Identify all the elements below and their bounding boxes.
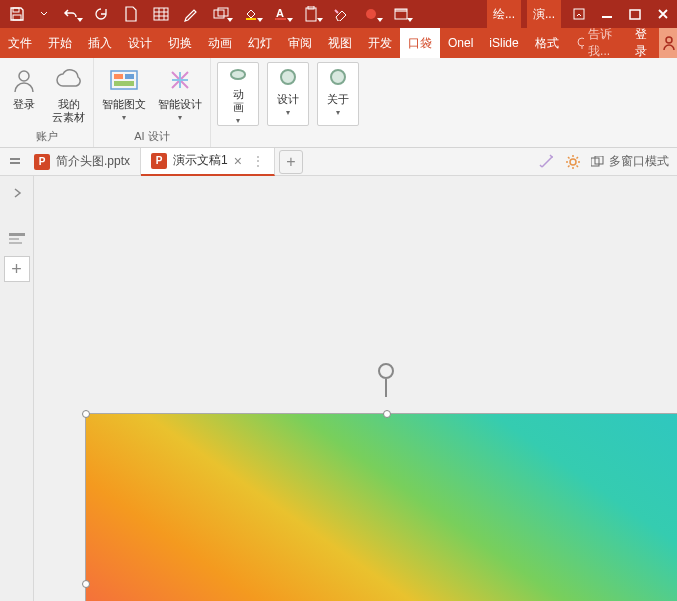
magic-wand-icon[interactable] <box>539 154 555 170</box>
tab-animation[interactable]: 动画 <box>200 28 240 58</box>
slide-canvas[interactable] <box>34 176 677 601</box>
cloud-assets-button[interactable]: 我的 云素材 <box>50 62 87 124</box>
table-button[interactable] <box>146 0 176 28</box>
resize-handle-nw[interactable] <box>82 410 90 418</box>
redo-button[interactable] <box>86 0 116 28</box>
user-account-button[interactable] <box>659 28 677 58</box>
circle-icon <box>330 69 346 85</box>
animation-tool-button[interactable]: 动 画 ▾ <box>217 62 259 126</box>
tab-format[interactable]: 格式 <box>527 28 567 58</box>
theme-color-button[interactable] <box>356 0 386 28</box>
tell-me-search[interactable]: 告诉我... <box>567 26 627 60</box>
svg-text:A: A <box>276 7 284 19</box>
multi-window-toggle[interactable]: 多窗口模式 <box>591 153 669 170</box>
group-label-account: 账户 <box>0 129 93 147</box>
lightbulb-icon <box>575 36 584 50</box>
save-button[interactable] <box>2 0 32 28</box>
svg-rect-19 <box>630 10 640 19</box>
tab-menu-button[interactable]: ⋮ <box>252 154 264 168</box>
powerpoint-icon: P <box>34 154 50 170</box>
about-button[interactable]: 关于 ▾ <box>317 62 359 126</box>
design-tool-button[interactable]: 设计 ▾ <box>267 62 309 126</box>
outline-view-icon[interactable] <box>6 228 28 250</box>
add-tab-button[interactable]: + <box>279 150 303 174</box>
edit-area: + <box>0 176 677 601</box>
svg-rect-26 <box>125 74 134 79</box>
doc-tab-2[interactable]: P 演示文稿1 × ⋮ <box>141 148 275 176</box>
context-tab-presentation[interactable]: 演... <box>527 0 561 28</box>
font-color-button[interactable]: A <box>266 0 296 28</box>
shapes-button[interactable] <box>206 0 236 28</box>
svg-rect-27 <box>114 81 134 86</box>
paste-button[interactable] <box>296 0 326 28</box>
close-tab-button[interactable]: × <box>234 153 242 169</box>
maximize-button[interactable] <box>621 0 649 28</box>
rotation-handle[interactable] <box>378 363 394 379</box>
quick-access-toolbar: A <box>0 0 416 28</box>
qat-dropdown[interactable] <box>32 0 56 28</box>
tab-review[interactable]: 审阅 <box>280 28 320 58</box>
new-doc-button[interactable] <box>116 0 146 28</box>
tab-insert[interactable]: 插入 <box>80 28 120 58</box>
ribbon-collapse-button[interactable] <box>565 0 593 28</box>
context-tab-drawing[interactable]: 绘... <box>487 0 521 28</box>
chevron-down-icon: ▾ <box>122 113 126 122</box>
tab-design[interactable]: 设计 <box>120 28 160 58</box>
svg-rect-16 <box>395 9 407 12</box>
doc-tab-1[interactable]: P 简介头图.pptx <box>24 148 141 176</box>
resize-handle-w[interactable] <box>82 580 90 588</box>
svg-rect-36 <box>9 242 22 244</box>
eraser-button[interactable] <box>326 0 356 28</box>
smart-design-button[interactable]: 智能设计 ▾ <box>156 62 204 122</box>
tab-file[interactable]: 文件 <box>0 28 40 58</box>
tab-transition[interactable]: 切换 <box>160 28 200 58</box>
minimize-button[interactable] <box>593 0 621 28</box>
svg-point-20 <box>578 38 584 46</box>
ribbon: 登录 我的 云素材 账户 智能图文 ▾ 智能设计 ▾ AI 设计 <box>0 58 677 148</box>
window-controls <box>565 0 677 28</box>
settings-gear-icon[interactable] <box>565 154 581 170</box>
document-tabs: P 简介头图.pptx P 演示文稿1 × ⋮ + 多窗口模式 <box>0 148 677 176</box>
chevron-down-icon: ▾ <box>178 113 182 122</box>
fill-color-button[interactable] <box>236 0 266 28</box>
svg-rect-12 <box>306 8 316 21</box>
user-icon <box>661 35 677 51</box>
group-label-ai: AI 设计 <box>94 129 210 147</box>
smart-design-icon <box>164 64 196 96</box>
smart-graphic-button[interactable]: 智能图文 ▾ <box>100 62 148 122</box>
ribbon-tabs: 文件 开始 插入 设计 切换 动画 幻灯 审阅 视图 开发 口袋 Onel iS… <box>0 28 677 58</box>
chevron-down-icon: ▾ <box>336 108 340 117</box>
login-link[interactable]: 登录 <box>627 26 660 60</box>
tab-list-button[interactable] <box>6 148 24 176</box>
ribbon-group-account: 登录 我的 云素材 账户 <box>0 58 94 147</box>
login-button[interactable]: 登录 <box>6 62 42 111</box>
doc-tab-1-label: 简介头图.pptx <box>56 153 130 170</box>
powerpoint-icon: P <box>151 153 167 169</box>
expand-panel-button[interactable] <box>6 182 28 204</box>
circle-icon <box>230 69 246 80</box>
layout-button[interactable] <box>386 0 416 28</box>
svg-rect-35 <box>9 238 19 240</box>
ribbon-group-tools: 动 画 ▾ 设计 ▾ 关于 ▾ <box>211 58 365 147</box>
tab-developer[interactable]: 开发 <box>360 28 400 58</box>
tab-pocket[interactable]: 口袋 <box>400 28 440 58</box>
smart-graphic-icon <box>108 64 140 96</box>
selection-outline <box>85 413 677 601</box>
add-slide-button[interactable]: + <box>4 256 30 282</box>
undo-button[interactable] <box>56 0 86 28</box>
tab-onekey[interactable]: Onel <box>440 28 481 58</box>
svg-rect-1 <box>13 15 21 20</box>
svg-rect-7 <box>214 10 224 18</box>
resize-handle-n[interactable] <box>383 410 391 418</box>
highlighter-button[interactable] <box>176 0 206 28</box>
svg-point-23 <box>19 71 29 81</box>
svg-point-31 <box>570 159 576 165</box>
close-button[interactable] <box>649 0 677 28</box>
cloud-icon <box>53 64 85 96</box>
tab-view[interactable]: 视图 <box>320 28 360 58</box>
svg-rect-24 <box>111 71 137 89</box>
tab-islide[interactable]: iSlide <box>481 28 526 58</box>
tab-start[interactable]: 开始 <box>40 28 80 58</box>
tab-slideshow[interactable]: 幻灯 <box>240 28 280 58</box>
ribbon-group-ai: 智能图文 ▾ 智能设计 ▾ AI 设计 <box>94 58 211 147</box>
